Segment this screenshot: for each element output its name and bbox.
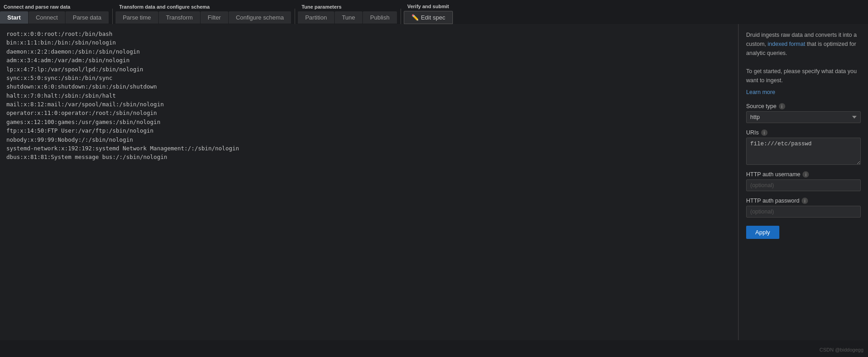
source-type-label: Source type bbox=[746, 103, 777, 109]
tab-row-connect: Start Connect Parse data bbox=[0, 11, 109, 24]
tab-transform[interactable]: Transform bbox=[159, 11, 200, 24]
tab-start[interactable]: Start bbox=[0, 11, 28, 24]
http-auth-username-input[interactable] bbox=[746, 179, 861, 191]
http-auth-password-label: HTTP auth password bbox=[746, 198, 799, 204]
uris-label-row: URIs i bbox=[746, 129, 861, 136]
tab-tune[interactable]: Tune bbox=[335, 11, 362, 24]
tab-configure-schema[interactable]: Configure schema bbox=[229, 11, 291, 24]
uris-info-icon[interactable]: i bbox=[761, 129, 768, 136]
tab-parse-time[interactable]: Parse time bbox=[115, 11, 158, 24]
http-auth-password-info-icon[interactable]: i bbox=[802, 198, 808, 204]
top-nav: Connect and parse raw data Start Connect… bbox=[0, 0, 868, 24]
divider-1 bbox=[112, 9, 113, 24]
uris-textarea[interactable]: file:///etc/passwd bbox=[746, 138, 861, 165]
section-tune-label: Tune parameters bbox=[298, 4, 397, 11]
http-auth-password-group: HTTP auth password i bbox=[746, 198, 861, 218]
http-auth-username-label-row: HTTP auth username i bbox=[746, 171, 861, 178]
tab-edit-spec[interactable]: ✏️ Edit spec bbox=[404, 11, 453, 24]
learn-more-link[interactable]: Learn more bbox=[746, 88, 861, 97]
http-auth-password-input[interactable] bbox=[746, 206, 861, 218]
divider-2 bbox=[295, 9, 295, 24]
tab-parse-data[interactable]: Parse data bbox=[65, 11, 109, 24]
info-description: Druid ingests raw data and converts it i… bbox=[746, 30, 861, 97]
http-auth-username-group: HTTP auth username i bbox=[746, 171, 861, 191]
divider-3 bbox=[401, 9, 401, 24]
http-auth-username-info-icon[interactable]: i bbox=[803, 171, 809, 178]
source-type-select[interactable]: http local s3 azure google hdfs kafka ki… bbox=[746, 111, 861, 123]
edit-spec-icon: ✏️ bbox=[411, 14, 419, 21]
data-panel: root:x:0:0:root:/root:/bin/bash bin:x:1:… bbox=[0, 24, 738, 340]
apply-button[interactable]: Apply bbox=[746, 226, 779, 239]
tab-row-verify: ✏️ Edit spec bbox=[404, 11, 453, 24]
tab-publish[interactable]: Publish bbox=[363, 11, 397, 24]
watermark: CSDN @biddogegg bbox=[819, 347, 863, 352]
right-panel: Druid ingests raw data and converts it i… bbox=[738, 24, 868, 340]
info-text-3: To get started, please specify what data… bbox=[746, 68, 857, 84]
section-connect-label: Connect and parse raw data bbox=[0, 4, 109, 11]
source-type-group: Source type i http local s3 azure google… bbox=[746, 103, 861, 123]
main-content: root:x:0:0:root:/root:/bin/bash bin:x:1:… bbox=[0, 24, 868, 340]
tab-connect[interactable]: Connect bbox=[29, 11, 65, 24]
tab-partition[interactable]: Partition bbox=[298, 11, 334, 24]
section-tune: Tune parameters Partition Tune Publish bbox=[298, 4, 397, 24]
section-transform: Transform data and configure schema Pars… bbox=[115, 4, 291, 24]
source-type-label-row: Source type i bbox=[746, 103, 861, 109]
section-transform-label: Transform data and configure schema bbox=[115, 4, 291, 11]
section-verify: Verify and submit ✏️ Edit spec bbox=[404, 4, 453, 24]
section-verify-label: Verify and submit bbox=[404, 4, 453, 11]
http-auth-username-label: HTTP auth username bbox=[746, 171, 800, 178]
uris-group: URIs i file:///etc/passwd bbox=[746, 129, 861, 165]
tab-row-tune: Partition Tune Publish bbox=[298, 11, 397, 24]
uris-label: URIs bbox=[746, 129, 759, 136]
indexed-format-link[interactable]: indexed format bbox=[768, 41, 805, 47]
http-auth-password-label-row: HTTP auth password i bbox=[746, 198, 861, 204]
raw-data-content: root:x:0:0:root:/root:/bin/bash bin:x:1:… bbox=[6, 30, 732, 162]
tab-row-transform: Parse time Transform Filter Configure sc… bbox=[115, 11, 291, 24]
section-connect: Connect and parse raw data Start Connect… bbox=[0, 4, 109, 24]
apply-btn-row: Apply bbox=[746, 224, 861, 239]
tab-filter[interactable]: Filter bbox=[201, 11, 228, 24]
source-type-info-icon[interactable]: i bbox=[779, 103, 785, 109]
